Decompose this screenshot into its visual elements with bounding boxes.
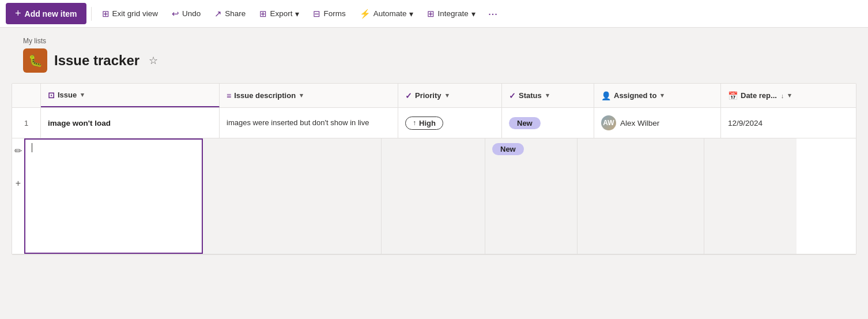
- undo-button[interactable]: ↩ Undo: [166, 5, 206, 22]
- plus-icon: +: [15, 7, 21, 20]
- edit-row-icon[interactable]: ✏: [12, 143, 24, 159]
- page-header: My lists 🐛 Issue tracker ☆: [0, 28, 868, 73]
- export-icon: ⊞: [259, 9, 267, 19]
- date-text: 12/9/2024: [728, 119, 763, 127]
- desc-col-chevron-icon: ▾: [300, 92, 303, 99]
- row-1-desc-text: images were inserted but don't show in l…: [227, 118, 369, 128]
- list-icon: 🐛: [23, 48, 47, 73]
- automate-icon: ⚡: [360, 9, 371, 19]
- forms-button[interactable]: ⊟ Forms: [307, 5, 351, 22]
- date-col-icon: 📅: [728, 91, 738, 100]
- row-2-status-badge: New: [492, 143, 524, 155]
- col-header-priority[interactable]: ✓ Priority ▾: [398, 84, 502, 107]
- row-1-status[interactable]: New: [502, 108, 594, 138]
- col-priority-label: Priority: [415, 91, 441, 100]
- priority-col-icon: ✓: [405, 91, 412, 100]
- col-header-status[interactable]: ✓ Status ▾: [502, 84, 594, 107]
- undo-label: Undo: [182, 9, 201, 18]
- row-2-desc-edit[interactable]: [203, 138, 382, 254]
- date-col-chevron-icon: ▾: [788, 92, 791, 99]
- editing-cells: New: [24, 138, 856, 254]
- date-col-sort-icon: ↓: [781, 92, 784, 99]
- row-2-status-edit[interactable]: New: [485, 138, 578, 254]
- issue-col-chevron-icon: ▾: [81, 91, 84, 99]
- automate-label: Automate: [373, 9, 407, 18]
- col-assigned-label: Assigned to: [614, 91, 656, 100]
- toolbar: + Add new item ⊞ Exit grid view ↩ Undo ↗…: [0, 0, 868, 28]
- more-options-button[interactable]: ···: [484, 5, 503, 22]
- bug-icon: 🐛: [28, 54, 43, 67]
- priority-badge: ↑ High: [405, 117, 443, 130]
- breadcrumb: My lists: [23, 37, 845, 45]
- share-label: Share: [225, 9, 246, 18]
- assigned-cell: AW Alex Wilber: [601, 115, 659, 130]
- forms-label: Forms: [323, 9, 345, 18]
- row-actions: ✏ +: [12, 138, 24, 254]
- col-desc-label: Issue description: [234, 91, 296, 100]
- col-header-date[interactable]: 📅 Date rep... ↓ ▾: [721, 84, 813, 107]
- integrate-button[interactable]: ⊞ Integrate ▾: [421, 5, 481, 22]
- integrate-chevron-icon: ▾: [471, 9, 475, 18]
- add-row-icon[interactable]: +: [13, 176, 23, 191]
- export-chevron-icon: ▾: [295, 9, 299, 18]
- row-1-issue[interactable]: image won't load: [41, 108, 220, 138]
- export-label: Export: [270, 9, 292, 18]
- priority-col-chevron-icon: ▾: [446, 92, 449, 99]
- exit-grid-label: Exit grid view: [112, 9, 158, 18]
- text-cursor: [32, 143, 32, 152]
- avatar: AW: [601, 115, 616, 130]
- page-title: Issue tracker: [54, 52, 139, 69]
- row-1-date[interactable]: 12/9/2024: [721, 108, 813, 138]
- row-2-assigned-edit[interactable]: [578, 138, 704, 254]
- editing-row: ✏ + New: [12, 138, 856, 254]
- col-header-issue[interactable]: ⊡ Issue ▾: [41, 84, 220, 107]
- exit-grid-button[interactable]: ⊞ Exit grid view: [96, 5, 164, 22]
- assigned-name: Alex Wilber: [620, 119, 659, 127]
- forms-icon: ⊟: [313, 9, 320, 19]
- add-new-button[interactable]: + Add new item: [6, 3, 86, 24]
- col-header-desc[interactable]: ≡ Issue description ▾: [220, 84, 398, 107]
- integrate-label: Integrate: [437, 9, 468, 18]
- row-1-description[interactable]: images were inserted but don't show in l…: [220, 108, 398, 138]
- col-issue-label: Issue: [58, 91, 77, 99]
- row-1-issue-text: image won't load: [48, 119, 111, 127]
- automate-chevron-icon: ▾: [409, 9, 413, 18]
- grid-container: ⊡ Issue ▾ ≡ Issue description ▾ ✓ Priori…: [12, 83, 856, 255]
- star-icon[interactable]: ☆: [149, 54, 158, 67]
- row-2-date-edit[interactable]: [704, 138, 797, 254]
- priority-text: High: [419, 119, 436, 127]
- assigned-col-icon: 👤: [601, 91, 611, 100]
- status-col-chevron-icon: ▾: [546, 92, 549, 99]
- grid-header: ⊡ Issue ▾ ≡ Issue description ▾ ✓ Priori…: [12, 84, 856, 108]
- col-header-num: [12, 84, 41, 107]
- share-icon: ↗: [214, 9, 222, 19]
- automate-button[interactable]: ⚡ Automate ▾: [354, 5, 420, 22]
- toolbar-separator-1: [91, 7, 92, 21]
- add-new-label: Add new item: [25, 9, 77, 18]
- col-status-label: Status: [519, 91, 542, 100]
- status-col-icon: ✓: [509, 91, 516, 100]
- desc-col-icon: ≡: [227, 91, 231, 100]
- export-button[interactable]: ⊞ Export ▾: [254, 5, 305, 22]
- undo-icon: ↩: [172, 9, 179, 19]
- status-badge: New: [509, 117, 541, 129]
- col-header-assigned[interactable]: 👤 Assigned to ▾: [594, 84, 721, 107]
- row-1-priority[interactable]: ↑ High: [398, 108, 502, 138]
- integrate-icon: ⊞: [427, 9, 435, 19]
- row-1-assigned[interactable]: AW Alex Wilber: [594, 108, 721, 138]
- row-2-priority-edit[interactable]: [382, 138, 485, 254]
- issue-col-icon: ⊡: [48, 91, 55, 100]
- share-button[interactable]: ↗ Share: [209, 5, 251, 22]
- table-row: 1 image won't load images were inserted …: [12, 108, 856, 138]
- exit-grid-icon: ⊞: [102, 9, 110, 19]
- col-date-label: Date rep...: [741, 91, 777, 100]
- assigned-col-chevron-icon: ▾: [661, 92, 664, 99]
- row-2-issue-edit[interactable]: [24, 138, 203, 254]
- row-number-1: 1: [12, 108, 41, 138]
- page-title-row: 🐛 Issue tracker ☆: [23, 48, 845, 73]
- priority-arrow-icon: ↑: [413, 119, 416, 127]
